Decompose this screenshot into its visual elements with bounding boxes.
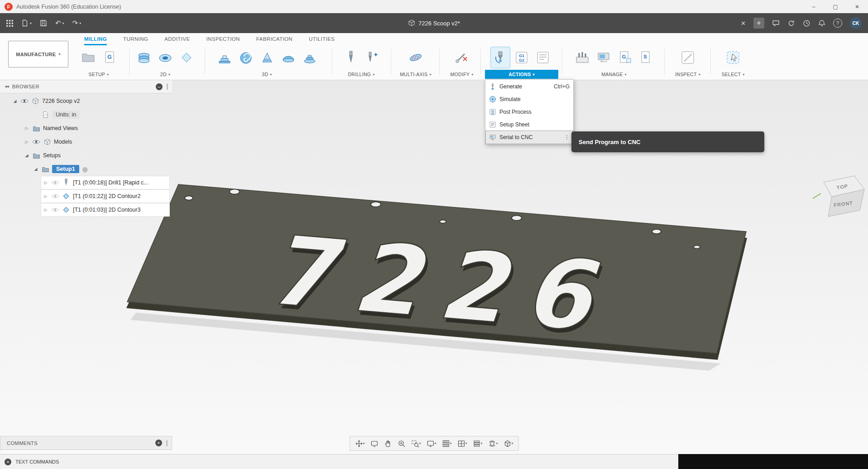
tree-row-contour2[interactable]: ▷ [T1 (0:01:22)] 2D Contour2 [42,189,140,203]
collapse-panel-icon[interactable]: ◀◀ [5,85,9,88]
post-config-button[interactable]: G [615,47,634,68]
tree-row-units[interactable]: Units: in [40,108,80,121]
maximize-button[interactable]: ▢ [825,0,846,13]
panel-grip[interactable] [166,440,168,446]
expander-icon[interactable]: ◢ [23,153,31,158]
post-library-button[interactable]: G [100,47,119,68]
drill-button[interactable] [341,47,360,68]
machine-library-button[interactable] [594,47,613,68]
group-label-multi-axis[interactable]: MULTI-AXIS▾ [395,70,436,79]
tool-library-button[interactable] [573,47,592,68]
notifications-bell-icon[interactable] [818,19,825,27]
close-button[interactable]: ✕ [846,0,868,13]
expander-icon[interactable]: ▷ [42,208,50,212]
text-commands-icon[interactable]: + [5,459,11,465]
visibility-eye-icon[interactable] [50,193,61,199]
expander-icon[interactable]: ▷ [23,126,31,131]
hole-recognition-button[interactable] [363,47,382,68]
group-label-inspect[interactable]: INSPECT▾ [669,70,707,79]
swarf-button[interactable] [406,47,425,68]
redo-button[interactable]: ↷ ▾ [72,19,82,27]
apps-grid-icon[interactable] [6,20,13,27]
tree-row-root-component[interactable]: ◢ 7226 Scoop v2 [11,94,80,108]
menu-item-serial-to-cnc[interactable]: Serial to CNC ⋮ [486,131,573,144]
sheet-config-button[interactable]: S [637,47,656,68]
steps-button[interactable]: ▾ [470,436,485,450]
setup-sheet-button[interactable] [533,47,552,68]
text-commands-bar[interactable]: + TEXT COMMANDS [0,454,678,469]
help-icon[interactable]: ? [833,19,842,28]
group-label-modify[interactable]: MODIFY▾ [444,70,480,79]
job-status-icon[interactable] [787,19,795,27]
orbit-button[interactable]: ▾ [486,436,500,450]
expander-icon[interactable]: ▷ [42,194,50,198]
menu-item-setup-sheet[interactable]: Setup Sheet [486,118,573,131]
tab-fabrication[interactable]: FABRICATION [256,33,293,45]
menu-item-post-process[interactable]: G1G2 Post Process [486,106,573,118]
2d-pocket-button[interactable] [156,47,175,68]
file-menu-button[interactable]: ▾ [21,19,32,27]
tab-turning[interactable]: TURNING [123,33,148,45]
undo-button[interactable]: ↶ ▾ [55,19,64,27]
spiral-button[interactable] [300,47,319,68]
group-label-select[interactable]: SELECT▾ [715,70,751,79]
minimize-button[interactable]: – [803,0,825,13]
grid-settings-button[interactable]: ▾ [439,436,454,450]
steep-shallow-button[interactable] [258,47,277,68]
engrave-button[interactable] [177,47,196,68]
trim-toolpath-button[interactable] [452,47,471,68]
hand-pan-button[interactable] [381,436,394,450]
zoom-window-button[interactable]: ▾ [408,436,423,450]
comments-panel-button[interactable]: + [155,440,162,446]
menu-item-generate[interactable]: Generate Ctrl+G [486,80,573,93]
expander-icon[interactable]: ▷ [42,180,50,185]
generate-toolpath-button[interactable] [491,47,510,68]
tree-row-named-views[interactable]: ▷ Named Views [23,121,78,135]
tree-row-setups[interactable]: ◢ Setups [23,149,61,162]
viewcube[interactable]: X TOP FRONT [808,169,868,224]
group-label-setup[interactable]: SETUP▾ [77,70,120,79]
group-label-3d[interactable]: 3D▾ [209,70,325,79]
visibility-eye-icon[interactable] [50,207,61,213]
visibility-eye-icon[interactable] [31,139,42,145]
2d-face-button[interactable] [134,47,153,68]
kebab-menu-icon[interactable]: ⋮ [564,134,570,140]
tab-milling[interactable]: MILLING [84,33,107,45]
expander-icon[interactable]: ▷ [23,140,31,144]
workspace-selector-button[interactable]: MANUFACTURE ▾ [8,41,68,68]
group-label-actions[interactable]: ACTIONS▾ [485,70,558,79]
visibility-eye-icon[interactable] [50,180,61,185]
zoom-button[interactable] [395,436,408,450]
measure-button[interactable] [678,47,697,68]
user-avatar[interactable]: CK [850,17,862,29]
panel-grip[interactable] [167,83,168,90]
document-tab[interactable]: 7226 Scoop v2* [408,13,460,33]
text-commands-console[interactable] [678,454,868,469]
visibility-eye-icon[interactable] [19,98,30,104]
pan-button[interactable]: ▾ [352,436,367,450]
new-document-button[interactable]: + [753,18,764,29]
display-settings-button[interactable]: ▾ [424,436,438,450]
group-label-drilling[interactable]: DRILLING▾ [336,70,386,79]
tree-row-setup1[interactable]: ◢ Setup1 ◎ [32,162,87,176]
new-setup-button[interactable] [79,47,98,68]
save-button[interactable] [40,19,47,27]
close-document-icon[interactable]: ✕ [741,20,746,27]
menu-item-simulate[interactable]: Simulate [486,93,573,106]
tab-utilities[interactable]: UTILITIES [309,33,335,45]
post-process-button[interactable]: G1G2 [512,47,531,68]
horizontal-button[interactable] [279,47,298,68]
comments-icon[interactable] [772,19,780,27]
expander-icon[interactable]: ◢ [32,167,40,171]
select-button[interactable] [724,47,743,68]
group-label-2d[interactable]: 2D▾ [134,70,197,79]
tab-additive[interactable]: ADDITIVE [164,33,190,45]
clock-icon[interactable] [803,19,810,27]
adaptive-clearing-button[interactable] [215,47,234,68]
expander-icon[interactable]: ◢ [11,99,19,103]
visual-style-button[interactable]: ▾ [501,436,516,450]
3d-pocket-button[interactable] [236,47,255,68]
browser-panel-button[interactable]: – [156,83,163,90]
tree-row-drill1[interactable]: ▷ [T1 (0:00:18)] Drill1 [Rapid c... [42,176,149,189]
tree-row-models[interactable]: ▷ Models [23,135,72,149]
